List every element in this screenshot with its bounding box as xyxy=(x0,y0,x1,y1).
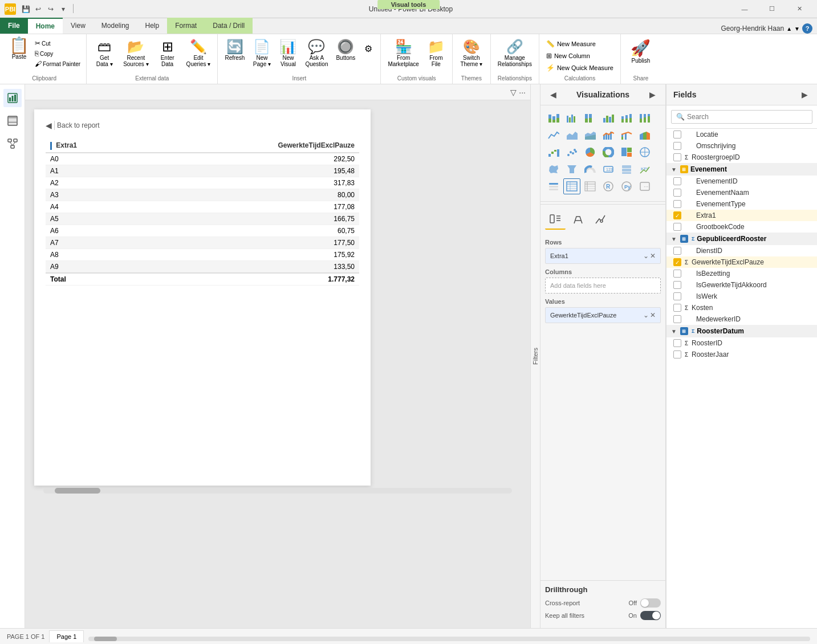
values-field[interactable]: GewerkteTijdExclPauze ⌄ ✕ xyxy=(545,307,661,323)
page-1-tab[interactable]: Page 1 xyxy=(49,630,84,642)
columns-field[interactable]: Add data fields here xyxy=(545,278,661,294)
cross-report-toggle-track[interactable] xyxy=(640,598,661,608)
from-file-button[interactable]: 📁 FromFile xyxy=(424,36,449,75)
rows-remove-icon[interactable]: ✕ xyxy=(650,252,656,260)
paste-button[interactable]: 📋 Paste xyxy=(7,36,31,61)
field-checkbox[interactable] xyxy=(673,153,681,161)
viz-line-clustered-column[interactable] xyxy=(600,127,617,143)
bottom-scrollbar[interactable] xyxy=(88,632,810,641)
save-icon[interactable]: 💾 xyxy=(21,4,31,14)
field-checkbox[interactable] xyxy=(673,315,681,323)
maximize-button[interactable]: ☐ xyxy=(759,0,785,18)
viz-100-stacked-bar[interactable] xyxy=(582,110,599,126)
horizontal-scrollbar[interactable] xyxy=(34,488,521,494)
field-checkbox[interactable] xyxy=(673,142,681,150)
redo-icon[interactable]: ↪ xyxy=(46,4,56,14)
minimize-button[interactable]: — xyxy=(731,0,758,18)
field-group-roosterdatum[interactable]: ▼ ⊞ Σ RoosterDatum xyxy=(666,325,817,337)
field-checkbox[interactable] xyxy=(673,131,681,138)
viz-area[interactable] xyxy=(563,127,580,143)
viz-clustered-column[interactable] xyxy=(600,110,617,126)
new-visual-button[interactable]: 📊 NewVisual xyxy=(275,36,300,75)
field-checkbox[interactable] xyxy=(673,177,681,185)
viz-ribbon[interactable] xyxy=(636,127,653,143)
viz-r-script[interactable]: R xyxy=(600,178,617,194)
field-item-evenementid[interactable]: EvenementID xyxy=(666,176,817,187)
field-checkbox[interactable]: ✓ xyxy=(673,258,681,266)
more-options-icon[interactable]: ··· xyxy=(519,88,526,97)
field-item-roosterjaar[interactable]: Σ RoosterJaar xyxy=(666,349,817,360)
field-checkbox[interactable] xyxy=(673,189,681,197)
viz-format-tab[interactable] xyxy=(568,209,588,230)
viz-panel-forward[interactable]: ▶ xyxy=(647,89,659,100)
rows-field[interactable]: Extra1 ⌄ ✕ xyxy=(545,248,661,264)
field-checkbox[interactable] xyxy=(673,270,681,278)
field-checkbox[interactable] xyxy=(673,200,681,208)
field-item-evenementnaam[interactable]: EvenementNaam xyxy=(666,187,817,198)
field-item-evenementtype[interactable]: EvenementType xyxy=(666,198,817,210)
field-item-locatie[interactable]: Locatie xyxy=(666,129,817,140)
tab-view[interactable]: View xyxy=(63,18,94,34)
edit-queries-button[interactable]: ✏️ EditQueries ▾ xyxy=(183,36,214,75)
user-nav-up[interactable]: ▲ xyxy=(786,26,792,32)
viz-scatter[interactable] xyxy=(563,144,580,160)
viz-analytics-tab[interactable] xyxy=(591,209,611,230)
dropdown-icon[interactable]: ▾ xyxy=(58,4,68,14)
viz-build-tab[interactable] xyxy=(545,209,566,230)
viz-pie[interactable] xyxy=(582,144,599,160)
tab-home[interactable]: Home xyxy=(28,18,63,34)
viz-custom[interactable]: ··· xyxy=(636,178,653,194)
format-painter-button[interactable]: 🖌 Format Painter xyxy=(34,59,82,68)
ask-question-button[interactable]: 💬 Ask AQuestion xyxy=(302,36,331,75)
viz-map[interactable] xyxy=(636,144,653,160)
buttons-button[interactable]: 🔘 Buttons xyxy=(332,36,359,75)
switch-theme-button[interactable]: 🎨 SwitchTheme ▾ xyxy=(456,36,487,75)
field-item-isbezetting[interactable]: IsBezetting xyxy=(666,268,817,279)
field-checkbox[interactable] xyxy=(673,281,681,289)
viz-line[interactable] xyxy=(545,127,562,143)
viz-panel-back[interactable]: ◀ xyxy=(547,89,559,100)
manage-relationships-button[interactable]: 🔗 ManageRelationships xyxy=(494,36,535,75)
from-marketplace-button[interactable]: 🏪 FromMarketplace xyxy=(384,36,422,75)
field-item-medewerkerid[interactable]: MedewerkerID xyxy=(666,313,817,325)
tab-modeling[interactable]: Modeling xyxy=(94,18,137,34)
fields-panel-forward[interactable]: ▶ xyxy=(799,89,810,100)
field-checkbox[interactable] xyxy=(673,223,681,231)
nav-report-button[interactable] xyxy=(3,89,22,107)
rows-expand-icon[interactable]: ⌄ xyxy=(643,252,649,260)
enter-data-button[interactable]: ⊞ EnterData xyxy=(153,36,182,75)
tab-help[interactable]: Help xyxy=(137,18,168,34)
viz-waterfall[interactable] xyxy=(545,144,562,160)
viz-table[interactable] xyxy=(563,178,580,194)
new-page-button[interactable]: 📄 NewPage ▾ xyxy=(249,36,274,75)
field-item-gewerktetijdexclpauze[interactable]: ✓ Σ GewerkteTijdExclPauze xyxy=(666,256,817,268)
keep-all-filters-toggle-track[interactable] xyxy=(640,611,661,620)
cross-report-toggle[interactable]: Off xyxy=(629,598,661,608)
tab-format[interactable]: Format xyxy=(167,18,205,34)
search-input[interactable] xyxy=(687,113,807,121)
new-measure-button[interactable]: 📏 New Measure xyxy=(544,39,616,49)
viz-stacked-column[interactable] xyxy=(618,110,635,126)
publish-button[interactable]: 🚀 Publish xyxy=(625,36,656,75)
filters-panel[interactable]: Filters xyxy=(530,84,540,628)
new-quick-measure-button[interactable]: ⚡ New Quick Measure xyxy=(544,63,616,73)
viz-stacked-area[interactable] xyxy=(582,127,599,143)
field-checkbox[interactable] xyxy=(673,350,681,358)
keep-all-filters-toggle[interactable]: On xyxy=(628,611,661,620)
viz-treemap[interactable] xyxy=(618,144,635,160)
filter-icon[interactable]: ▽ xyxy=(510,88,517,97)
viz-kpi[interactable]: KPI xyxy=(636,161,653,177)
viz-card[interactable]: 123 xyxy=(600,161,617,177)
viz-clustered-bar[interactable] xyxy=(563,110,580,126)
new-column-button[interactable]: ⊞ New Column xyxy=(544,51,616,61)
copy-button[interactable]: ⎘ Copy xyxy=(34,49,82,58)
field-item-dienstid[interactable]: DienstID xyxy=(666,245,817,256)
field-item-roosterid[interactable]: Σ RoosterID xyxy=(666,337,817,349)
user-help-icon[interactable]: ? xyxy=(802,23,812,34)
viz-matrix[interactable] xyxy=(582,178,599,194)
field-item-omschrijving[interactable]: Omschrijving xyxy=(666,140,817,152)
field-item-iswerk[interactable]: IsWerk xyxy=(666,291,817,302)
undo-icon[interactable]: ↩ xyxy=(33,4,43,14)
field-checkbox[interactable] xyxy=(673,292,681,300)
values-expand-icon[interactable]: ⌄ xyxy=(643,311,649,319)
